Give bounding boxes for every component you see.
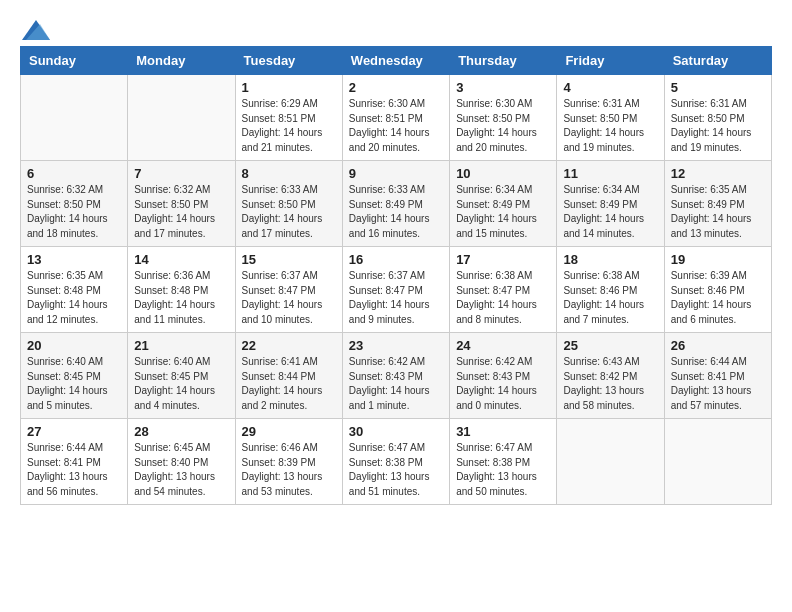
cell-info: Sunrise: 6:47 AMSunset: 8:38 PMDaylight:… [349,441,443,499]
header-tuesday: Tuesday [235,47,342,75]
calendar-week-row: 6Sunrise: 6:32 AMSunset: 8:50 PMDaylight… [21,161,772,247]
cell-info: Sunrise: 6:33 AMSunset: 8:49 PMDaylight:… [349,183,443,241]
day-number: 20 [27,338,121,353]
day-number: 9 [349,166,443,181]
day-number: 28 [134,424,228,439]
calendar-cell: 21Sunrise: 6:40 AMSunset: 8:45 PMDayligh… [128,333,235,419]
calendar-cell: 31Sunrise: 6:47 AMSunset: 8:38 PMDayligh… [450,419,557,505]
calendar-cell: 30Sunrise: 6:47 AMSunset: 8:38 PMDayligh… [342,419,449,505]
day-number: 31 [456,424,550,439]
cell-info: Sunrise: 6:30 AMSunset: 8:50 PMDaylight:… [456,97,550,155]
cell-info: Sunrise: 6:32 AMSunset: 8:50 PMDaylight:… [27,183,121,241]
header-thursday: Thursday [450,47,557,75]
calendar-week-row: 20Sunrise: 6:40 AMSunset: 8:45 PMDayligh… [21,333,772,419]
calendar-cell: 6Sunrise: 6:32 AMSunset: 8:50 PMDaylight… [21,161,128,247]
calendar-cell: 27Sunrise: 6:44 AMSunset: 8:41 PMDayligh… [21,419,128,505]
calendar-cell: 12Sunrise: 6:35 AMSunset: 8:49 PMDayligh… [664,161,771,247]
cell-info: Sunrise: 6:41 AMSunset: 8:44 PMDaylight:… [242,355,336,413]
cell-info: Sunrise: 6:35 AMSunset: 8:49 PMDaylight:… [671,183,765,241]
cell-info: Sunrise: 6:33 AMSunset: 8:50 PMDaylight:… [242,183,336,241]
page-header [20,20,772,36]
calendar-cell: 28Sunrise: 6:45 AMSunset: 8:40 PMDayligh… [128,419,235,505]
cell-info: Sunrise: 6:37 AMSunset: 8:47 PMDaylight:… [242,269,336,327]
day-number: 3 [456,80,550,95]
calendar-cell: 7Sunrise: 6:32 AMSunset: 8:50 PMDaylight… [128,161,235,247]
calendar-cell: 18Sunrise: 6:38 AMSunset: 8:46 PMDayligh… [557,247,664,333]
header-saturday: Saturday [664,47,771,75]
calendar-table: SundayMondayTuesdayWednesdayThursdayFrid… [20,46,772,505]
calendar-week-row: 1Sunrise: 6:29 AMSunset: 8:51 PMDaylight… [21,75,772,161]
calendar-cell: 1Sunrise: 6:29 AMSunset: 8:51 PMDaylight… [235,75,342,161]
calendar-cell: 10Sunrise: 6:34 AMSunset: 8:49 PMDayligh… [450,161,557,247]
cell-info: Sunrise: 6:40 AMSunset: 8:45 PMDaylight:… [134,355,228,413]
cell-info: Sunrise: 6:44 AMSunset: 8:41 PMDaylight:… [671,355,765,413]
cell-info: Sunrise: 6:36 AMSunset: 8:48 PMDaylight:… [134,269,228,327]
cell-info: Sunrise: 6:34 AMSunset: 8:49 PMDaylight:… [456,183,550,241]
calendar-cell: 25Sunrise: 6:43 AMSunset: 8:42 PMDayligh… [557,333,664,419]
cell-info: Sunrise: 6:45 AMSunset: 8:40 PMDaylight:… [134,441,228,499]
day-number: 14 [134,252,228,267]
calendar-cell: 20Sunrise: 6:40 AMSunset: 8:45 PMDayligh… [21,333,128,419]
day-number: 19 [671,252,765,267]
day-number: 11 [563,166,657,181]
calendar-cell [21,75,128,161]
calendar-cell: 3Sunrise: 6:30 AMSunset: 8:50 PMDaylight… [450,75,557,161]
day-number: 26 [671,338,765,353]
cell-info: Sunrise: 6:32 AMSunset: 8:50 PMDaylight:… [134,183,228,241]
day-number: 21 [134,338,228,353]
day-number: 17 [456,252,550,267]
calendar-cell: 15Sunrise: 6:37 AMSunset: 8:47 PMDayligh… [235,247,342,333]
calendar-cell: 14Sunrise: 6:36 AMSunset: 8:48 PMDayligh… [128,247,235,333]
calendar-cell: 11Sunrise: 6:34 AMSunset: 8:49 PMDayligh… [557,161,664,247]
calendar-cell: 19Sunrise: 6:39 AMSunset: 8:46 PMDayligh… [664,247,771,333]
cell-info: Sunrise: 6:42 AMSunset: 8:43 PMDaylight:… [349,355,443,413]
calendar-week-row: 27Sunrise: 6:44 AMSunset: 8:41 PMDayligh… [21,419,772,505]
calendar-cell: 29Sunrise: 6:46 AMSunset: 8:39 PMDayligh… [235,419,342,505]
cell-info: Sunrise: 6:38 AMSunset: 8:46 PMDaylight:… [563,269,657,327]
cell-info: Sunrise: 6:29 AMSunset: 8:51 PMDaylight:… [242,97,336,155]
logo-icon [22,20,50,40]
day-number: 16 [349,252,443,267]
day-number: 12 [671,166,765,181]
day-number: 29 [242,424,336,439]
cell-info: Sunrise: 6:35 AMSunset: 8:48 PMDaylight:… [27,269,121,327]
calendar-cell: 2Sunrise: 6:30 AMSunset: 8:51 PMDaylight… [342,75,449,161]
cell-info: Sunrise: 6:38 AMSunset: 8:47 PMDaylight:… [456,269,550,327]
day-number: 30 [349,424,443,439]
calendar-header-row: SundayMondayTuesdayWednesdayThursdayFrid… [21,47,772,75]
calendar-week-row: 13Sunrise: 6:35 AMSunset: 8:48 PMDayligh… [21,247,772,333]
day-number: 15 [242,252,336,267]
calendar-cell [664,419,771,505]
day-number: 1 [242,80,336,95]
day-number: 4 [563,80,657,95]
cell-info: Sunrise: 6:42 AMSunset: 8:43 PMDaylight:… [456,355,550,413]
calendar-cell [557,419,664,505]
calendar-cell: 24Sunrise: 6:42 AMSunset: 8:43 PMDayligh… [450,333,557,419]
calendar-cell: 13Sunrise: 6:35 AMSunset: 8:48 PMDayligh… [21,247,128,333]
calendar-cell: 26Sunrise: 6:44 AMSunset: 8:41 PMDayligh… [664,333,771,419]
calendar-cell: 23Sunrise: 6:42 AMSunset: 8:43 PMDayligh… [342,333,449,419]
header-friday: Friday [557,47,664,75]
day-number: 8 [242,166,336,181]
cell-info: Sunrise: 6:46 AMSunset: 8:39 PMDaylight:… [242,441,336,499]
day-number: 27 [27,424,121,439]
calendar-cell [128,75,235,161]
day-number: 5 [671,80,765,95]
day-number: 22 [242,338,336,353]
cell-info: Sunrise: 6:40 AMSunset: 8:45 PMDaylight:… [27,355,121,413]
calendar-cell: 5Sunrise: 6:31 AMSunset: 8:50 PMDaylight… [664,75,771,161]
calendar-cell: 17Sunrise: 6:38 AMSunset: 8:47 PMDayligh… [450,247,557,333]
day-number: 2 [349,80,443,95]
cell-info: Sunrise: 6:37 AMSunset: 8:47 PMDaylight:… [349,269,443,327]
cell-info: Sunrise: 6:39 AMSunset: 8:46 PMDaylight:… [671,269,765,327]
header-wednesday: Wednesday [342,47,449,75]
cell-info: Sunrise: 6:43 AMSunset: 8:42 PMDaylight:… [563,355,657,413]
cell-info: Sunrise: 6:30 AMSunset: 8:51 PMDaylight:… [349,97,443,155]
day-number: 23 [349,338,443,353]
day-number: 24 [456,338,550,353]
cell-info: Sunrise: 6:47 AMSunset: 8:38 PMDaylight:… [456,441,550,499]
day-number: 18 [563,252,657,267]
cell-info: Sunrise: 6:31 AMSunset: 8:50 PMDaylight:… [563,97,657,155]
cell-info: Sunrise: 6:31 AMSunset: 8:50 PMDaylight:… [671,97,765,155]
calendar-cell: 8Sunrise: 6:33 AMSunset: 8:50 PMDaylight… [235,161,342,247]
